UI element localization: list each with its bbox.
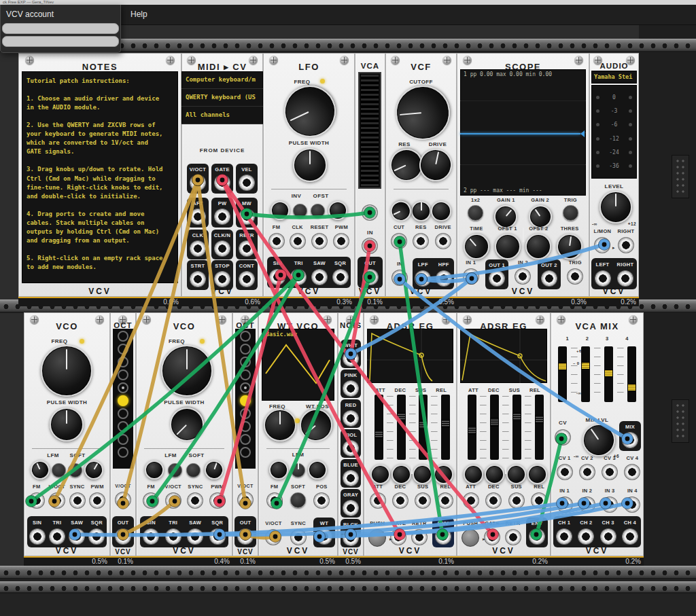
- port-jack[interactable]: [268, 233, 285, 249]
- att-cv-knob[interactable]: [370, 465, 390, 484]
- sus-input[interactable]: SUS: [508, 484, 525, 509]
- port-jack[interactable]: [214, 271, 230, 287]
- port-jack[interactable]: [214, 209, 230, 225]
- slider-handle[interactable]: [558, 363, 567, 370]
- in-input[interactable]: [362, 238, 378, 254]
- ch4-output[interactable]: CH 4: [622, 520, 638, 545]
- clk-input[interactable]: CLK: [290, 224, 306, 249]
- soft-button[interactable]: [186, 463, 201, 477]
- saw-output[interactable]: SAW: [311, 260, 328, 285]
- port-jack[interactable]: [622, 528, 638, 545]
- left-output[interactable]: LEFT: [595, 261, 611, 287]
- port-jack[interactable]: [437, 492, 453, 509]
- fm-knob[interactable]: [27, 457, 52, 482]
- 1x2-button[interactable]: [468, 205, 483, 221]
- freq-knob[interactable]: [276, 77, 345, 146]
- gain2-control[interactable]: GAIN 2: [529, 197, 552, 228]
- stop-output[interactable]: STOP: [211, 260, 233, 290]
- port-jack[interactable]: [415, 492, 431, 509]
- in2-input[interactable]: IN 2: [579, 488, 595, 513]
- gray-output[interactable]: GRAY: [341, 489, 361, 518]
- port-jack[interactable]: [362, 269, 379, 285]
- octave-step[interactable]: [118, 369, 128, 380]
- port-jack[interactable]: [214, 240, 230, 257]
- gain1-control[interactable]: GAIN 1: [494, 197, 517, 228]
- port-jack[interactable]: [165, 492, 181, 509]
- cv-input[interactable]: [555, 429, 571, 446]
- dec-input[interactable]: DEC: [485, 484, 502, 509]
- 1x2-control[interactable]: 1x2: [468, 197, 483, 221]
- cv3-input[interactable]: CV 3: [602, 455, 618, 480]
- trig-button[interactable]: [563, 205, 578, 221]
- octave-step[interactable]: [240, 447, 251, 458]
- cv2-input[interactable]: CV 2: [579, 455, 595, 480]
- port-jack[interactable]: [370, 492, 386, 509]
- env-output[interactable]: ENV: [526, 518, 548, 547]
- sus-cv-knob[interactable]: [506, 465, 526, 484]
- cv4-input[interactable]: CV 4: [624, 455, 640, 480]
- drive-input[interactable]: DRIVE: [434, 224, 451, 249]
- push-control[interactable]: PUSH: [462, 520, 479, 547]
- mw-output[interactable]: MW: [236, 198, 258, 228]
- ch2-slider[interactable]: [581, 346, 590, 402]
- rel-cv-knob[interactable]: [434, 465, 453, 484]
- inv-button[interactable]: [293, 204, 307, 218]
- sus-slider[interactable]: [512, 395, 521, 460]
- port-jack[interactable]: [49, 492, 65, 509]
- port-jack[interactable]: [557, 464, 573, 480]
- voct-input[interactable]: V/OCT: [265, 520, 281, 545]
- slider-handle[interactable]: [375, 430, 383, 439]
- sus-slider[interactable]: [419, 395, 428, 460]
- clk-output[interactable]: CLK: [187, 230, 209, 259]
- cv1-input[interactable]: CV 1: [557, 455, 573, 480]
- slider-handle[interactable]: [419, 420, 428, 429]
- port-jack[interactable]: [463, 268, 479, 285]
- midi-channel-row[interactable]: All channels: [181, 107, 263, 124]
- trig-input[interactable]: TRIG: [567, 259, 583, 285]
- wavetable-name[interactable]: Basic.wav: [266, 331, 297, 338]
- cv-input[interactable]: [362, 204, 378, 221]
- dec-cv-knob[interactable]: [485, 465, 504, 484]
- slider-handle[interactable]: [397, 412, 406, 421]
- port-jack[interactable]: [343, 530, 359, 546]
- port-jack[interactable]: [531, 492, 547, 509]
- pulse-width-knob[interactable]: [163, 401, 211, 449]
- thres-knob[interactable]: [555, 232, 585, 261]
- port-jack[interactable]: [484, 529, 500, 545]
- att-input[interactable]: ATT: [463, 484, 479, 509]
- octave-step[interactable]: [118, 357, 128, 367]
- octave-display[interactable]: [113, 329, 133, 469]
- freq-knob[interactable]: [41, 345, 92, 397]
- pwm-knob[interactable]: [81, 457, 107, 483]
- rel-input[interactable]: REL: [437, 484, 453, 509]
- port-jack[interactable]: [463, 492, 479, 509]
- pwm-input[interactable]: PWM: [89, 484, 105, 509]
- octave-display[interactable]: [235, 329, 256, 469]
- pwm-input[interactable]: PWM: [333, 224, 349, 249]
- octave-step[interactable]: [240, 421, 251, 432]
- octave-step[interactable]: [240, 369, 251, 380]
- port-jack[interactable]: [311, 233, 328, 249]
- port-jack[interactable]: [266, 492, 283, 509]
- sync-input[interactable]: SYNC: [290, 520, 307, 545]
- in3-input[interactable]: IN 3: [602, 488, 618, 513]
- port-jack[interactable]: [69, 528, 85, 545]
- port-jack[interactable]: [435, 233, 451, 249]
- notes-text[interactable]: Tutorial patch instructions: 1. Choose a…: [27, 77, 173, 278]
- port-jack[interactable]: [541, 270, 557, 287]
- slider-handle[interactable]: [604, 369, 613, 377]
- port-jack[interactable]: [239, 271, 255, 287]
- port-jack[interactable]: [265, 529, 281, 545]
- sin-output[interactable]: SIN: [269, 260, 285, 285]
- dec-slider[interactable]: [490, 395, 499, 460]
- port-jack[interactable]: [209, 492, 226, 509]
- audio-device-selector[interactable]: Yamaha Stei: [591, 71, 637, 84]
- in4-input[interactable]: IN 4: [624, 488, 640, 513]
- port-jack[interactable]: [49, 528, 65, 545]
- thres-control[interactable]: THRES: [557, 225, 582, 259]
- ch1-slider[interactable]: [558, 346, 567, 402]
- slider-handle[interactable]: [512, 412, 521, 421]
- port-jack[interactable]: [316, 528, 332, 545]
- ofst1-control[interactable]: OFST 1: [495, 225, 521, 259]
- password-field[interactable]: [2, 36, 119, 47]
